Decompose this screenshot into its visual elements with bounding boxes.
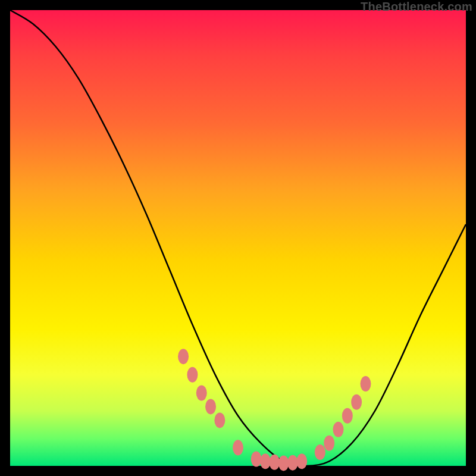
marker-dot	[360, 376, 371, 392]
marker-dot	[287, 455, 298, 471]
marker-dot	[214, 412, 225, 428]
bottleneck-chart-svg	[10, 10, 466, 466]
marker-dot	[296, 453, 307, 469]
marker-dot	[278, 455, 289, 471]
marker-dot	[324, 436, 334, 451]
marker-dot	[315, 444, 325, 460]
marker-dot	[342, 408, 353, 424]
marker-dot	[269, 455, 280, 470]
marker-dot	[187, 367, 198, 383]
marker-dot	[333, 422, 344, 437]
marker-dot	[196, 385, 207, 400]
marker-dot	[233, 440, 243, 455]
marker-dot	[205, 399, 216, 414]
attribution-text: TheBottleneck.com	[361, 0, 472, 14]
bottleneck-curve-path	[10, 10, 466, 466]
marker-dot	[178, 349, 189, 364]
marker-dot	[260, 453, 271, 469]
marker-dot	[351, 394, 362, 410]
marker-dot	[251, 452, 262, 467]
chart-area	[10, 10, 466, 466]
